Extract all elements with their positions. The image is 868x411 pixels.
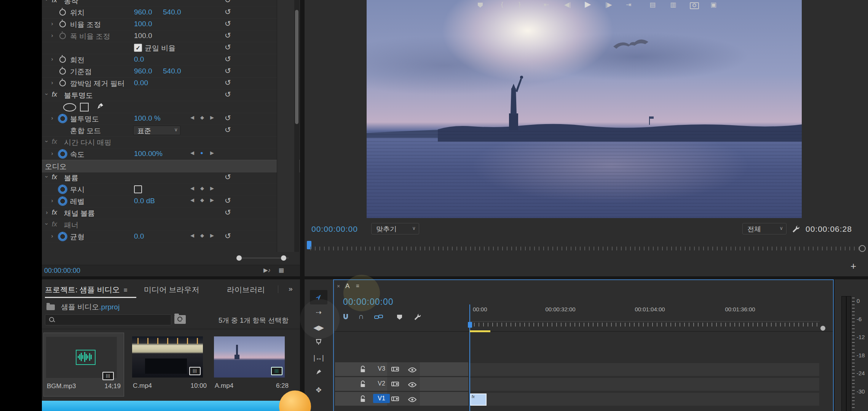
go-to-out-button[interactable]: ⇥ — [626, 1, 631, 9]
timeline-scroll-handle[interactable] — [820, 326, 825, 331]
button-editor-plus-icon[interactable]: + — [850, 260, 856, 272]
reset-parameter-icon[interactable]: ↺ — [225, 0, 231, 5]
tab-media-browser[interactable]: 미디어 브라우저 — [144, 285, 199, 295]
checkbox[interactable]: ✓ — [134, 44, 142, 52]
zoom-handle-left[interactable] — [236, 255, 242, 261]
lock-icon[interactable] — [360, 366, 365, 374]
parameter-value[interactable]: 100.0 % — [134, 114, 161, 123]
pen-tool[interactable] — [310, 366, 327, 381]
reset-parameter-icon[interactable]: ↺ — [225, 7, 231, 16]
toggle-track-output-eye-icon[interactable] — [408, 396, 416, 404]
mask-ellipse-icon[interactable] — [63, 103, 76, 112]
linked-selection-icon[interactable] — [374, 313, 383, 321]
panel-menu-icon[interactable]: ≡ — [124, 287, 128, 294]
breadcrumb[interactable]: 샘플 비디오.prproj — [61, 302, 120, 312]
track-lane-V3[interactable] — [469, 363, 819, 376]
step-back-button[interactable]: ◀| — [564, 1, 571, 9]
parameter-value[interactable]: 0.0 dB — [134, 197, 155, 205]
reset-parameter-icon[interactable]: ↺ — [225, 196, 231, 205]
expander-icon[interactable]: › — [44, 174, 50, 180]
effect-row-scale[interactable]: ›비율 조정100.0↺ — [42, 18, 300, 30]
close-icon[interactable]: × — [337, 283, 340, 289]
effect-row-panner[interactable]: ›fx패너 — [42, 219, 300, 231]
hand-tool[interactable]: ✥ — [310, 383, 327, 397]
expander-icon[interactable]: › — [49, 20, 55, 27]
effect-row-mask-shapes[interactable] — [42, 101, 300, 113]
effect-row-blend-mode[interactable]: 혼합 모드표준∨↺ — [42, 124, 300, 137]
stopwatch-icon[interactable] — [59, 68, 66, 75]
settings-wrench-icon[interactable] — [791, 225, 800, 236]
reset-parameter-icon[interactable]: ↺ — [225, 66, 231, 75]
sync-lock-icon[interactable] — [391, 395, 399, 404]
mask-pen-icon[interactable] — [96, 102, 104, 112]
parameter-value[interactable]: 540.0 — [163, 8, 181, 16]
track-label[interactable]: V2 — [373, 380, 390, 387]
comparison-view-button[interactable]: ▣ — [710, 1, 716, 9]
next-keyframe-icon[interactable]: ▶ — [210, 150, 214, 156]
reset-parameter-icon[interactable]: ↺ — [225, 172, 231, 182]
parameter-value[interactable]: 960.0 — [134, 67, 152, 75]
track-label[interactable]: V3 — [373, 365, 390, 372]
reset-parameter-icon[interactable]: ↺ — [225, 113, 231, 123]
play-button[interactable]: ▶ — [585, 0, 591, 9]
parameter-value[interactable]: 540.0 — [163, 67, 181, 75]
expander-icon[interactable]: › — [49, 56, 55, 62]
slip-tool[interactable]: |↔| — [310, 351, 327, 365]
parameter-value[interactable]: 0.0 — [134, 232, 144, 241]
prev-keyframe-icon[interactable]: ◀ — [190, 233, 194, 238]
sync-lock-icon[interactable] — [391, 366, 399, 374]
expander-icon[interactable]: › — [49, 197, 55, 204]
monitor-scroll-handle[interactable] — [859, 245, 866, 252]
effect-row-time-remap[interactable]: ›fx시간 다시 매핑 — [42, 136, 300, 148]
reset-parameter-icon[interactable]: ↺ — [225, 125, 231, 134]
prev-keyframe-icon[interactable]: ◀ — [190, 197, 194, 203]
effect-row-motion[interactable]: ›fx동작↺ — [42, 0, 300, 7]
add-keyframe-icon[interactable]: ● — [200, 150, 203, 156]
add-keyframe-icon[interactable]: ◆ — [200, 185, 204, 191]
expander-icon[interactable]: › — [44, 92, 50, 97]
effect-row-opacity[interactable]: ›불투명도100.0 %◀◆▶↺ — [42, 113, 300, 125]
step-forward-button[interactable]: |▶ — [605, 1, 612, 9]
reset-parameter-icon[interactable]: ↺ — [225, 78, 231, 87]
timeline-ruler[interactable]: 00:0000:00:32:0000:01:04:0000:01:36:00 — [334, 306, 833, 314]
track-header-V2[interactable]: V2 — [335, 377, 468, 391]
folder-up-icon[interactable] — [46, 304, 55, 310]
effect-row-anchor-point[interactable]: 기준점960.0540.0↺ — [42, 65, 300, 78]
mask-rectangle-icon[interactable] — [80, 103, 89, 112]
track-header-V1[interactable]: V1 — [335, 392, 468, 406]
parameter-value[interactable]: 100.0 — [134, 20, 152, 28]
lift-button[interactable]: ▤ — [649, 1, 656, 9]
track-lane-V2[interactable] — [469, 378, 819, 391]
stopwatch-icon[interactable] — [59, 33, 66, 39]
next-keyframe-icon[interactable]: ▶ — [210, 233, 214, 238]
effect-row-rotation[interactable]: ›회전0.0↺ — [42, 54, 300, 66]
video-clip[interactable]: fx — [470, 393, 487, 406]
effect-row-bypass[interactable]: 무시◀◆▶ — [42, 183, 300, 196]
mark-out-button[interactable]: } — [519, 1, 521, 8]
expander-icon[interactable]: › — [44, 139, 50, 144]
stopwatch-icon[interactable] — [59, 186, 66, 193]
reset-parameter-icon[interactable]: ↺ — [225, 208, 231, 217]
expander-icon[interactable]: › — [49, 233, 55, 239]
effect-row-balance[interactable]: ›균형0.0◀◆▶↺ — [42, 231, 300, 243]
track-header-V3[interactable]: V3 — [335, 362, 468, 376]
add-keyframe-icon[interactable]: ◆ — [200, 115, 204, 120]
zoom-level-dropdown[interactable]: 전체∨ — [742, 223, 787, 234]
blend-mode-dropdown[interactable]: 표준∨ — [133, 126, 180, 135]
zoom-handle-right[interactable] — [281, 255, 286, 261]
parameter-value[interactable]: 0.0 — [134, 55, 144, 64]
mark-in-button[interactable]: { — [501, 1, 503, 8]
reset-parameter-icon[interactable]: ↺ — [225, 54, 231, 64]
panel-gutter-horizontal[interactable] — [42, 276, 868, 279]
effect-row-level[interactable]: ›레벨0.0 dB◀◆▶↺ — [42, 195, 300, 207]
effect-row-position[interactable]: 위치960.0540.0↺ — [42, 6, 300, 19]
tab-project[interactable]: 프로젝트: 샘플 비디오≡ — [45, 285, 128, 295]
stopwatch-icon[interactable] — [59, 56, 66, 63]
toggle-track-output-eye-icon[interactable] — [408, 381, 416, 389]
track-lane-V1[interactable] — [469, 393, 819, 406]
effect-row-uniform-scale[interactable]: ✓균일 비율↺ — [42, 42, 300, 54]
track-label[interactable]: V1 — [373, 394, 390, 403]
stopwatch-icon[interactable] — [59, 80, 66, 86]
effect-row-anti-flicker[interactable]: ›깜박임 제거 필터0.00↺ — [42, 77, 300, 89]
media-item-A.mp4[interactable]: |||A.mp46:28 — [212, 333, 292, 396]
